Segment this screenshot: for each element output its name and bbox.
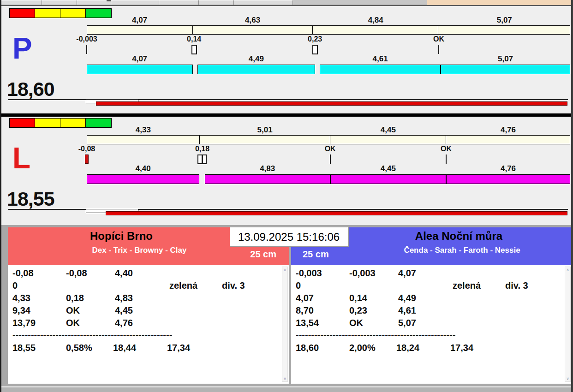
- table-row: 0zelenádiv. 3: [291, 280, 563, 292]
- table-cell: 13,79: [12, 318, 36, 328]
- cross-time-label: 0,18: [195, 145, 209, 153]
- table-cell: 0,18: [66, 293, 84, 303]
- lane-p-progress-bar: [96, 101, 567, 106]
- tick-marker-icon: [446, 154, 447, 164]
- tick-marker-icon: [330, 154, 331, 164]
- table-cell: 4,07: [398, 268, 416, 279]
- team-left-scrollbar[interactable]: ∧ ∨: [282, 267, 288, 382]
- table-total-cell: 18,24: [396, 343, 419, 353]
- top-strip-segment[interactable]: [42, 0, 77, 5]
- lane-l-split-bar: [87, 135, 570, 144]
- table-total-cell: 2,00%: [349, 343, 376, 353]
- split-time-label: 4,84: [313, 16, 439, 25]
- lane-l-leg-bar: [87, 174, 570, 184]
- leg-bar-segment: [320, 65, 441, 74]
- box-marker-icon: [191, 45, 197, 54]
- table-cell: OK: [66, 318, 80, 328]
- lane-p-bars: 4,074,634,845,07 -0,0030,140,23OK 4,074,…: [87, 7, 570, 113]
- table-cell: 4,76: [115, 318, 133, 328]
- legend-cell: [35, 9, 60, 18]
- table-cell: 4,83: [115, 293, 133, 303]
- table-total-cell: 18,55: [12, 343, 36, 353]
- table-cell: OK: [66, 305, 80, 316]
- table-total-cell: 18,60: [296, 343, 319, 353]
- lane-p-letter: P: [12, 34, 32, 63]
- table-cell: 4,40: [115, 268, 133, 279]
- split-bar-segment: [200, 136, 330, 144]
- scroll-up-icon[interactable]: ∧: [565, 267, 570, 272]
- top-strip-filler: [293, 0, 427, 5]
- table-total-cell: 0,58%: [66, 343, 92, 353]
- table-cell: 0: [296, 280, 301, 291]
- split-time-label: 5,01: [200, 125, 330, 135]
- cross-time-label: OK: [441, 145, 452, 153]
- team-left-dogs: Dex - Trix - Browny - Clay: [8, 246, 289, 255]
- split-bar-segment: [446, 136, 570, 144]
- legend-cell: [10, 9, 35, 18]
- table-cell: 0: [12, 280, 18, 291]
- table-row: 13,54OK5,07: [291, 318, 563, 329]
- leg-bar-segment: [446, 174, 570, 184]
- team-right-category: 25 cm: [303, 249, 329, 260]
- datetime-display: 13.09.2025 15:16:06: [230, 227, 349, 247]
- table-totals-row: 18,550,58%18,4417,34: [8, 343, 280, 354]
- scroll-up-icon[interactable]: ∧: [282, 267, 287, 272]
- leg-bar-segment: [441, 65, 570, 74]
- table-cell: -0,08: [12, 268, 34, 279]
- leg-bar-segment: [330, 174, 446, 184]
- lane-divider: [1, 113, 571, 117]
- lane-p-leg-bar: [87, 65, 570, 74]
- table-cell: 4,45: [115, 305, 133, 316]
- lane-p-leg-labels: 4,074,494,615,07: [87, 54, 570, 63]
- top-strip-segment[interactable]: [1, 0, 42, 5]
- scroll-down-icon[interactable]: ∨: [282, 376, 287, 381]
- team-left-results: ∧ ∨ -0,08-0,084,400zelenádiv. 34,330,184…: [8, 265, 289, 384]
- split-time-label: 4,45: [330, 125, 446, 135]
- app-window: P 18,60 4,074,634,845,07 -0,0030,140,23O…: [0, 0, 573, 392]
- top-strip-segment[interactable]: [234, 0, 293, 5]
- cross-time-label: OK: [433, 35, 444, 43]
- table-total-cell: 17,34: [167, 343, 190, 353]
- cross-time-label: 0,23: [308, 35, 322, 43]
- cross-time-label: -0,08: [78, 145, 95, 153]
- top-strip-segment[interactable]: [199, 0, 234, 5]
- box-marker-icon: [197, 154, 202, 164]
- leg-bar-segment: [197, 65, 315, 74]
- top-strip-segments: [1, 0, 293, 5]
- split-bar-segment: [87, 26, 193, 34]
- top-strip-peach: [427, 0, 571, 5]
- legend-cell: [35, 119, 60, 127]
- leg-time-label: 4,40: [87, 164, 199, 173]
- split-time-label: 4,07: [87, 16, 192, 25]
- table-cell: zelená: [453, 280, 481, 291]
- table-cell: zelená: [169, 280, 197, 291]
- table-total-cell: 18,44: [113, 343, 136, 353]
- team-right-dogs: Čenda - Sarah - Faroth - Nessie: [291, 246, 572, 255]
- table-cell: 9,34: [12, 305, 30, 316]
- team-left-category: 25 cm: [250, 249, 276, 260]
- table-totals-row: 18,602,00%18,2417,34: [291, 343, 563, 354]
- tick-marker-icon: [438, 45, 439, 54]
- top-strip-segment[interactable]: [159, 0, 199, 5]
- table-cell: div. 3: [505, 280, 528, 291]
- lane-l-cross-markers: [87, 154, 570, 165]
- box-marker-icon: [202, 154, 207, 164]
- table-cell: -0,003: [349, 268, 376, 279]
- top-strip-segment[interactable]: [77, 0, 111, 5]
- scroll-down-icon[interactable]: ∨: [565, 376, 570, 381]
- lane-l-split-labels: 4,335,014,454,76: [87, 125, 570, 134]
- lane-l-progress-bar: [106, 211, 567, 215]
- lane-p: P 18,60 4,074,634,845,07 -0,0030,140,23O…: [1, 7, 571, 113]
- top-strip-segment[interactable]: [111, 0, 159, 5]
- table-row: 0zelenádiv. 3: [8, 280, 280, 292]
- legend-cell: [60, 9, 86, 18]
- table-row: -0,003-0,0034,07: [291, 268, 563, 279]
- table-cell: 13,54: [296, 318, 319, 328]
- table-cell: 8,70: [296, 305, 314, 316]
- team-right-scrollbar[interactable]: ∧ ∨: [565, 267, 571, 382]
- split-time-label: 4,63: [192, 16, 313, 25]
- leg-time-label: 4,49: [197, 54, 315, 64]
- tick-marker-icon: [86, 45, 87, 54]
- table-separator: ----------------------------------------…: [12, 330, 172, 340]
- lane-l-cross-labels: -0,080,18OKOK: [87, 145, 570, 153]
